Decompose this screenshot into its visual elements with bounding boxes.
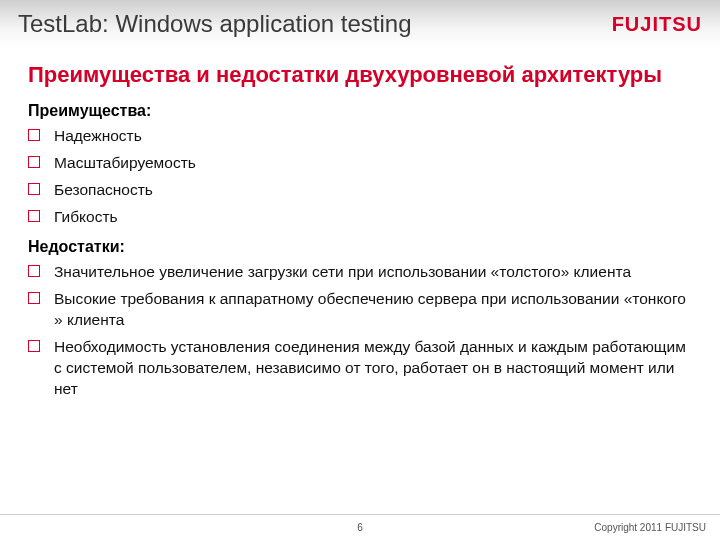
list-item: Надежность	[28, 126, 692, 147]
slide-content: Преимущества и недостатки двухуровневой …	[0, 48, 720, 420]
bullet-icon	[28, 210, 40, 222]
bullet-text: Безопасность	[54, 180, 692, 201]
bullet-text: Надежность	[54, 126, 692, 147]
bullet-text: Необходимость установления соединения ме…	[54, 337, 692, 400]
section-heading-disadvantages: Недостатки:	[28, 238, 692, 256]
advantages-list: Надежность Масштабируемость Безопасность…	[28, 126, 692, 228]
bullet-text: Гибкость	[54, 207, 692, 228]
bullet-text: Значительное увеличение загрузки сети пр…	[54, 262, 692, 283]
list-item: Высокие требования к аппаратному обеспеч…	[28, 289, 692, 331]
bullet-icon	[28, 265, 40, 277]
bullet-icon	[28, 340, 40, 352]
bullet-icon	[28, 183, 40, 195]
page-number: 6	[357, 522, 363, 533]
slide-subtitle: Преимущества и недостатки двухуровневой …	[28, 62, 692, 88]
list-item: Безопасность	[28, 180, 692, 201]
list-item: Масштабируемость	[28, 153, 692, 174]
list-item: Значительное увеличение загрузки сети пр…	[28, 262, 692, 283]
slide-footer: 6 Copyright 2011 FUJITSU	[0, 514, 720, 540]
bullet-icon	[28, 156, 40, 168]
list-item: Необходимость установления соединения ме…	[28, 337, 692, 400]
copyright-text: Copyright 2011 FUJITSU	[594, 522, 706, 533]
slide-header: TestLab: Windows application testing FUJ…	[0, 0, 720, 48]
header-title: TestLab: Windows application testing	[18, 10, 412, 38]
list-item: Гибкость	[28, 207, 692, 228]
section-heading-advantages: Преимущества:	[28, 102, 692, 120]
bullet-text: Высокие требования к аппаратному обеспеч…	[54, 289, 692, 331]
brand-logo: FUJITSU	[612, 13, 702, 36]
bullet-icon	[28, 129, 40, 141]
bullet-text: Масштабируемость	[54, 153, 692, 174]
disadvantages-list: Значительное увеличение загрузки сети пр…	[28, 262, 692, 400]
bullet-icon	[28, 292, 40, 304]
